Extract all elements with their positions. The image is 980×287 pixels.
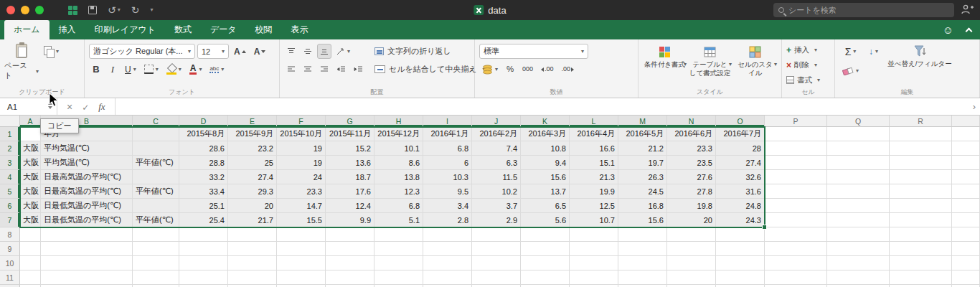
align-left-button[interactable]	[284, 62, 298, 77]
font-color-button[interactable]: A	[187, 62, 205, 77]
confirm-entry-icon[interactable]	[82, 100, 89, 113]
name-box[interactable]: A1	[0, 98, 57, 115]
cell[interactable]	[133, 127, 179, 141]
cell[interactable]: 24.5	[618, 184, 667, 199]
cell[interactable]	[133, 256, 179, 270]
align-bottom-button[interactable]	[317, 44, 331, 59]
cell[interactable]	[472, 242, 521, 256]
row-header[interactable]: 6	[0, 199, 20, 213]
cell[interactable]	[890, 141, 952, 156]
cell[interactable]	[521, 256, 570, 270]
cell[interactable]: 9.9	[326, 213, 374, 227]
cell[interactable]	[277, 227, 326, 242]
cell[interactable]: 13.6	[326, 156, 374, 170]
column-header[interactable]: M	[618, 116, 667, 127]
toolbar-customize-button[interactable]: ▾	[150, 7, 153, 13]
row-header[interactable]: 3	[0, 156, 20, 170]
zoom-window-button[interactable]	[35, 6, 44, 14]
column-header[interactable]: F	[277, 116, 326, 127]
column-header[interactable]	[952, 116, 980, 127]
wrap-text-button[interactable]: 文字列の折り返し	[372, 44, 489, 59]
cell[interactable]	[277, 270, 326, 285]
cell[interactable]: 7.4	[472, 141, 521, 156]
cell[interactable]: 19	[277, 156, 326, 170]
cell[interactable]	[890, 270, 952, 285]
cell[interactable]: 12.4	[326, 199, 374, 213]
cell[interactable]: 2016年5月	[618, 127, 667, 141]
cell[interactable]	[765, 270, 827, 285]
cell[interactable]	[618, 270, 667, 285]
cell[interactable]: 16.6	[570, 141, 618, 156]
row-header[interactable]: 9	[0, 242, 20, 256]
cell[interactable]: 25.1	[179, 199, 228, 213]
cell[interactable]	[890, 170, 952, 184]
autosum-button[interactable]: Σ	[839, 44, 862, 59]
cell[interactable]: 32.6	[716, 170, 765, 184]
cell[interactable]: 5.1	[374, 213, 423, 227]
italic-button[interactable]: I	[105, 62, 120, 77]
cell[interactable]	[765, 227, 827, 242]
sort-filter-button[interactable]: 並べ替え/フィルター	[885, 44, 954, 78]
collapse-ribbon-icon[interactable]	[966, 27, 973, 34]
cell[interactable]: 10.3	[423, 170, 472, 184]
ribbon-tab[interactable]: ホーム	[4, 20, 50, 39]
cell[interactable]: 2015年11月	[326, 127, 374, 141]
cancel-entry-icon[interactable]	[67, 100, 72, 113]
cell[interactable]: 10.1	[374, 141, 423, 156]
cell[interactable]	[228, 256, 277, 270]
cell[interactable]	[326, 242, 374, 256]
cell[interactable]	[952, 256, 980, 270]
row-header[interactable]: 2	[0, 141, 20, 156]
close-window-button[interactable]	[6, 6, 15, 14]
cell[interactable]	[133, 227, 179, 242]
cell[interactable]	[41, 227, 133, 242]
cell[interactable]	[228, 242, 277, 256]
cell[interactable]: 日最低気温の平均(℃)	[41, 199, 133, 213]
decrease-indent-button[interactable]	[334, 62, 349, 77]
ribbon-tab[interactable]: 印刷レイアウト	[85, 20, 165, 39]
toolbar-grid-icon[interactable]	[68, 6, 77, 15]
sheet-search-field[interactable]: シートを検索	[773, 3, 954, 17]
cell[interactable]	[423, 270, 472, 285]
column-header[interactable]: A	[20, 116, 41, 127]
cell[interactable]	[952, 170, 980, 184]
cell[interactable]	[827, 213, 890, 227]
cell[interactable]	[228, 270, 277, 285]
increase-indent-button[interactable]	[351, 62, 366, 77]
cell[interactable]	[41, 256, 133, 270]
cell[interactable]	[570, 227, 618, 242]
cell[interactable]	[827, 270, 890, 285]
cell[interactable]: 18.7	[326, 170, 374, 184]
format-cells-button[interactable]: 書式	[786, 74, 830, 86]
cell[interactable]	[521, 242, 570, 256]
cell[interactable]: 平年値(℃)	[133, 213, 179, 227]
shrink-font-button[interactable]: A	[251, 44, 269, 59]
cell[interactable]: 2015年9月	[228, 127, 277, 141]
grow-font-button[interactable]: A	[231, 44, 249, 59]
row-header[interactable]: 4	[0, 170, 20, 184]
cell[interactable]	[618, 256, 667, 270]
cell[interactable]	[952, 141, 980, 156]
cell[interactable]	[952, 156, 980, 170]
cell[interactable]: 19.9	[570, 184, 618, 199]
cell[interactable]	[827, 242, 890, 256]
cell[interactable]: 平年値(℃)	[133, 184, 179, 199]
cell[interactable]	[952, 199, 980, 213]
cell[interactable]: 11.5	[472, 170, 521, 184]
cell[interactable]	[133, 242, 179, 256]
cell[interactable]	[827, 170, 890, 184]
cell[interactable]	[827, 127, 890, 141]
cell[interactable]: 2016年7月	[716, 127, 765, 141]
cell[interactable]	[133, 170, 179, 184]
cell[interactable]: 15.6	[618, 213, 667, 227]
cell[interactable]	[326, 270, 374, 285]
cell[interactable]: 15.6	[521, 170, 570, 184]
cell[interactable]: 20	[228, 199, 277, 213]
cell[interactable]: 平均気温(℃)	[41, 156, 133, 170]
cell[interactable]	[20, 127, 41, 141]
cell[interactable]	[827, 256, 890, 270]
column-header[interactable]: K	[521, 116, 570, 127]
cell[interactable]	[827, 199, 890, 213]
save-button[interactable]	[88, 6, 97, 14]
align-top-button[interactable]	[284, 44, 298, 59]
